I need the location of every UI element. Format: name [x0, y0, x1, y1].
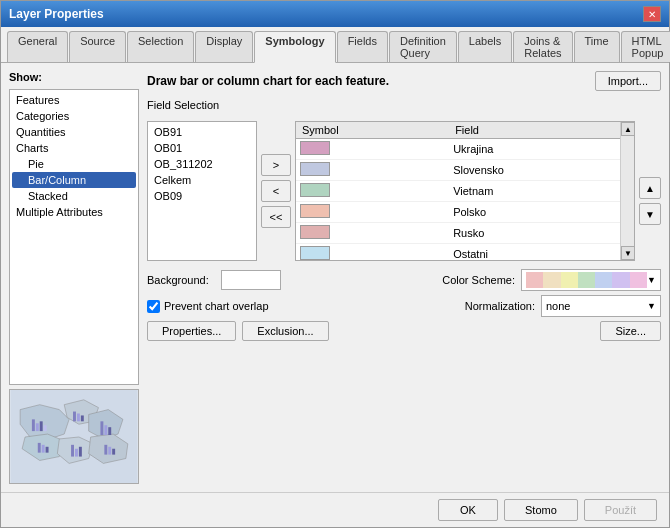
color-swatch[interactable]	[300, 183, 330, 197]
color-swatch[interactable]	[300, 204, 330, 218]
color-swatch[interactable]	[300, 246, 330, 260]
tab-source[interactable]: Source	[69, 31, 126, 62]
tab-labels[interactable]: Labels	[458, 31, 512, 62]
remove-all-button[interactable]: <<	[261, 206, 291, 228]
field-item-ob09[interactable]: OB09	[150, 188, 254, 204]
color-cell	[296, 139, 449, 160]
tree-item-quantities[interactable]: Quantities	[12, 124, 136, 140]
svg-rect-14	[100, 421, 103, 435]
field-col-header: Field	[449, 122, 634, 139]
field-item-ob91[interactable]: OB91	[150, 124, 254, 140]
svg-rect-18	[42, 445, 45, 453]
norm-dropdown-arrow-icon: ▼	[647, 301, 656, 311]
table-row[interactable]: Rusko	[296, 223, 634, 244]
tree-item-charts[interactable]: Charts	[12, 140, 136, 156]
ok-button[interactable]: OK	[438, 499, 498, 521]
svg-rect-22	[79, 447, 82, 457]
tab-definition-query[interactable]: Definition Query	[389, 31, 457, 62]
close-button[interactable]: ✕	[643, 6, 661, 22]
tree-item-bar-column[interactable]: Bar/Column	[12, 172, 136, 188]
tab-html-popup[interactable]: HTML Popup	[621, 31, 670, 62]
tree-item-features[interactable]: Features	[12, 92, 136, 108]
color-swatch[interactable]	[300, 225, 330, 239]
tab-symbology[interactable]: Symbology	[254, 31, 335, 63]
prevent-overlap-checkbox[interactable]	[147, 300, 160, 313]
color-scheme-row: Color Scheme: ▼	[442, 269, 661, 291]
tree-item-categories[interactable]: Categories	[12, 108, 136, 124]
normalization-select[interactable]: none ▼	[541, 295, 661, 317]
tree-item-multiple-attributes[interactable]: Multiple Attributes	[12, 204, 136, 220]
bottom-row: Properties... Exclusion... Size...	[147, 321, 661, 341]
field-cell: Vietnam	[449, 181, 634, 202]
field-area: OB91 OB01 OB_311202 Celkem OB09 > < <<	[147, 121, 661, 261]
scroll-up-button[interactable]: ▲	[621, 122, 635, 136]
field-cell: Slovensko	[449, 160, 634, 181]
title-bar-buttons: ✕	[643, 6, 661, 22]
tab-joins-relates[interactable]: Joins & Relates	[513, 31, 572, 62]
side-arrows: ▲ ▼	[639, 121, 661, 261]
move-down-button[interactable]: ▼	[639, 203, 661, 225]
tab-selection[interactable]: Selection	[127, 31, 194, 62]
background-swatch[interactable]	[221, 270, 281, 290]
field-cell: Ostatni	[449, 244, 634, 262]
svg-rect-8	[36, 423, 39, 431]
table-row[interactable]: Vietnam	[296, 181, 634, 202]
color-6	[612, 272, 629, 288]
tab-time[interactable]: Time	[574, 31, 620, 62]
color-5	[595, 272, 612, 288]
options-row-2: Prevent chart overlap Normalization: non…	[147, 295, 661, 317]
properties-button[interactable]: Properties...	[147, 321, 236, 341]
cancel-button[interactable]: Stomo	[504, 499, 578, 521]
field-item-celkem[interactable]: Celkem	[150, 172, 254, 188]
tree-item-pie[interactable]: Pie	[12, 156, 136, 172]
field-cell: Polsko	[449, 202, 634, 223]
svg-rect-23	[104, 445, 107, 455]
color-scheme-label: Color Scheme:	[442, 274, 515, 286]
size-button[interactable]: Size...	[600, 321, 661, 341]
tab-general[interactable]: General	[7, 31, 68, 62]
table-row[interactable]: Ostatni	[296, 244, 634, 262]
table-row[interactable]: Slovensko	[296, 160, 634, 181]
title-bar: Layer Properties ✕	[1, 1, 669, 27]
exclusion-button[interactable]: Exclusion...	[242, 321, 328, 341]
color-swatch[interactable]	[300, 162, 330, 176]
table-row[interactable]: Ukrajina	[296, 139, 634, 160]
layer-properties-window: Layer Properties ✕ General Source Select…	[0, 0, 670, 528]
tree-item-stacked[interactable]: Stacked	[12, 188, 136, 204]
color-7	[630, 272, 647, 288]
scroll-track[interactable]	[621, 136, 634, 246]
field-item-ob311202[interactable]: OB_311202	[150, 156, 254, 172]
svg-rect-9	[40, 421, 43, 431]
table-row[interactable]: Polsko	[296, 202, 634, 223]
apply-button[interactable]: Použít	[584, 499, 657, 521]
description-bar: Draw bar or column chart for each featur…	[147, 71, 661, 91]
normalization-value: none	[546, 300, 570, 312]
scrollbar[interactable]: ▲ ▼	[620, 122, 634, 260]
svg-rect-25	[112, 449, 115, 455]
left-panel: Show: Features Categories Quantities Cha…	[9, 71, 139, 484]
color-scheme-select[interactable]: ▼	[521, 269, 661, 291]
import-button[interactable]: Import...	[595, 71, 661, 91]
scroll-down-button[interactable]: ▼	[621, 246, 635, 260]
options-section: Background: Color Scheme:	[147, 269, 661, 341]
symbol-table: Symbol Field Ukrajina	[296, 122, 634, 261]
prevent-overlap-label: Prevent chart overlap	[164, 300, 269, 312]
tab-fields[interactable]: Fields	[337, 31, 388, 62]
field-selection-label: Field Selection	[147, 99, 661, 111]
field-item-ob01[interactable]: OB01	[150, 140, 254, 156]
svg-rect-21	[75, 449, 78, 457]
svg-rect-20	[71, 445, 74, 457]
window-title: Layer Properties	[9, 7, 104, 21]
symbol-col-header: Symbol	[296, 122, 449, 139]
normalization-label: Normalization:	[465, 300, 535, 312]
color-4	[578, 272, 595, 288]
remove-field-button[interactable]: <	[261, 180, 291, 202]
add-field-button[interactable]: >	[261, 154, 291, 176]
field-list[interactable]: OB91 OB01 OB_311202 Celkem OB09	[147, 121, 257, 261]
color-cell	[296, 223, 449, 244]
tab-display[interactable]: Display	[195, 31, 253, 62]
svg-rect-16	[108, 427, 111, 435]
svg-rect-19	[46, 447, 49, 453]
color-swatch[interactable]	[300, 141, 330, 155]
move-up-button[interactable]: ▲	[639, 177, 661, 199]
